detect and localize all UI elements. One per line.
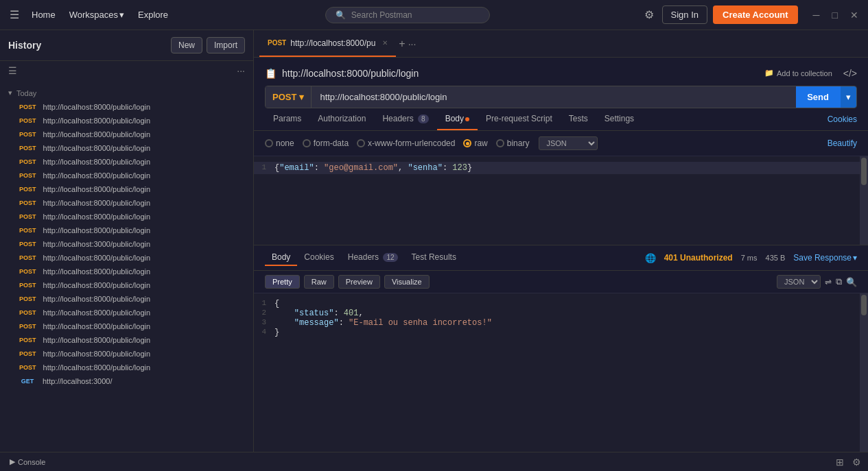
history-item[interactable]: POST http://localhost:8000/public/login: [0, 224, 253, 237]
radio-binary[interactable]: binary: [496, 138, 530, 148]
history-item[interactable]: POST http://localhost:8000/public/login: [0, 210, 253, 224]
resp-tab-cookies[interactable]: Cookies: [297, 250, 340, 266]
subtab-authorization[interactable]: Authorization: [309, 108, 374, 130]
search-bar[interactable]: 🔍 Search Postman: [325, 7, 490, 23]
history-item[interactable]: POST http://localhost:8000/public/login: [0, 141, 253, 155]
history-item[interactable]: POST http://localhost:8000/public/login: [0, 306, 253, 319]
hamburger-icon[interactable]: ☰: [5, 4, 23, 25]
cookies-link[interactable]: Cookies: [828, 114, 857, 124]
nav-right: ⚙ Sign In Create Account ─ □ ✕: [642, 5, 863, 24]
radio-none[interactable]: none: [265, 138, 294, 148]
history-today-section: ▾ Today POST http://localhost:8000/publi…: [0, 83, 253, 391]
settings-icon[interactable]: ⚙: [851, 455, 863, 469]
line-content: }: [274, 328, 868, 337]
history-item[interactable]: POST http://localhost:8000/public/login: [0, 114, 253, 128]
history-item[interactable]: POST http://localhost:8000/public/login: [0, 333, 253, 347]
method-post-badge: POST: [16, 117, 39, 125]
resp-tab-body[interactable]: Body: [265, 250, 297, 266]
resp-visualize-button[interactable]: Visualize: [384, 275, 430, 289]
resp-json-select[interactable]: JSON: [777, 275, 821, 289]
layout-icon[interactable]: ⊞: [834, 455, 845, 469]
console-button[interactable]: ▶ Console: [5, 455, 49, 468]
subtab-pre-request[interactable]: Pre-request Script: [478, 108, 561, 130]
history-item[interactable]: POST http://localhost:8000/public/login: [0, 155, 253, 169]
gear-icon[interactable]: ⚙: [642, 5, 657, 24]
resp-pretty-button[interactable]: Pretty: [265, 275, 300, 289]
wrap-icon[interactable]: ⇌: [825, 277, 832, 287]
method-post-badge: POST: [16, 363, 39, 372]
radio-form-data[interactable]: form-data: [303, 138, 349, 148]
line-number: 1: [254, 299, 274, 307]
beautify-button[interactable]: Beautify: [828, 138, 857, 148]
history-item[interactable]: POST http://localhost:3000/public/login: [0, 237, 253, 251]
history-item[interactable]: POST http://localhost:8000/public/login: [0, 319, 253, 333]
method-select[interactable]: POST ▾: [266, 86, 312, 108]
radio-raw[interactable]: raw: [463, 138, 487, 148]
send-dropdown-button[interactable]: ▾: [840, 86, 856, 108]
filter-icon[interactable]: ☰: [8, 65, 17, 76]
minimize-icon[interactable]: ─: [809, 8, 824, 22]
import-button[interactable]: Import: [207, 37, 245, 53]
response-meta: 🌐 401 Unauthorized 7 ms 435 B Save Respo…: [645, 253, 857, 263]
request-panel: 📋 http://localhost:8000/public/login 📁 A…: [254, 58, 868, 108]
method-post-badge: POST: [16, 130, 39, 138]
history-item[interactable]: POST http://localhost:8000/public/login: [0, 278, 253, 292]
resp-raw-button[interactable]: Raw: [304, 275, 334, 289]
history-list: ▾ Today POST http://localhost:8000/publi…: [0, 80, 253, 452]
maximize-icon[interactable]: □: [828, 8, 842, 22]
resp-code-line-3: 3 "message": "E-mail ou senha incorretos…: [254, 318, 868, 328]
radio-urlencoded[interactable]: x-www-form-urlencoded: [357, 138, 455, 148]
history-item[interactable]: POST http://localhost:8000/public/login: [0, 128, 253, 141]
nav-workspaces[interactable]: Workspaces ▾: [64, 7, 130, 23]
url-input[interactable]: [312, 86, 796, 108]
subtab-body[interactable]: Body: [437, 108, 478, 130]
subtab-params[interactable]: Params: [265, 108, 309, 130]
active-request-tab[interactable]: POST http://localhost:8000/pu ✕: [259, 30, 396, 57]
line-number: 1: [254, 163, 274, 171]
response-header: Body Cookies Headers 12 Test Results 🌐 4…: [254, 245, 868, 271]
history-item[interactable]: POST http://localhost:8000/public/login: [0, 265, 253, 278]
method-post-badge: POST: [16, 295, 39, 303]
tabs-more-icon[interactable]: ···: [408, 38, 417, 49]
tab-close-icon[interactable]: ✕: [382, 39, 388, 47]
line-content: {"email": "geo@gmail.com", "senha": 123}: [274, 163, 868, 173]
create-account-button[interactable]: Create Account: [713, 5, 798, 24]
nav-home[interactable]: Home: [26, 7, 61, 23]
history-item[interactable]: POST http://localhost:8000/public/login: [0, 196, 253, 210]
code-editor[interactable]: 1 {"email": "geo@gmail.com", "senha": 12…: [254, 156, 868, 245]
subtab-headers[interactable]: Headers 8: [374, 108, 436, 130]
close-icon[interactable]: ✕: [846, 8, 863, 22]
editor-scrollbar[interactable]: [860, 156, 868, 245]
history-item[interactable]: POST http://localhost:8000/public/login: [0, 182, 253, 196]
more-options-icon[interactable]: ···: [237, 65, 245, 76]
response-code: 1 { 2 "status": 401, 3 "message": "E-mai…: [254, 293, 868, 452]
add-to-collection-button[interactable]: 📁 Add to collection: [759, 66, 838, 80]
save-response-button[interactable]: Save Response ▾: [793, 253, 857, 263]
resp-tab-test-results[interactable]: Test Results: [405, 250, 463, 266]
history-item[interactable]: POST http://localhost:8000/public/login: [0, 292, 253, 306]
history-item[interactable]: POST http://localhost:8000/public/login: [0, 347, 253, 361]
subtab-tests[interactable]: Tests: [561, 108, 596, 130]
line-number: 4: [254, 328, 274, 336]
resp-preview-button[interactable]: Preview: [338, 275, 380, 289]
resp-tab-headers[interactable]: Headers 12: [341, 250, 405, 266]
nav-explore[interactable]: Explore: [132, 7, 174, 23]
response-scrollbar[interactable]: [860, 293, 868, 452]
signin-button[interactable]: Sign In: [662, 5, 707, 24]
new-button[interactable]: New: [171, 37, 202, 53]
json-type-select[interactable]: JSON Text JavaScript HTML XML: [539, 136, 598, 150]
history-item[interactable]: POST http://localhost:8000/public/login: [0, 251, 253, 265]
copy-icon[interactable]: ⧉: [836, 276, 842, 287]
history-item[interactable]: GET http://localhost:3000/: [0, 374, 253, 388]
send-button[interactable]: Send: [796, 86, 840, 108]
sidebar-actions: New Import: [171, 37, 245, 53]
response-tabs: Body Cookies Headers 12 Test Results: [265, 250, 463, 266]
new-tab-icon[interactable]: +: [399, 38, 405, 50]
history-item[interactable]: POST http://localhost:8000/public/login: [0, 361, 253, 374]
history-item[interactable]: POST http://localhost:8000/public/login: [0, 169, 253, 182]
subtab-settings[interactable]: Settings: [596, 108, 642, 130]
code-icon[interactable]: </>: [843, 68, 857, 79]
history-section-title[interactable]: ▾ Today: [0, 86, 253, 100]
search-response-icon[interactable]: 🔍: [846, 277, 857, 287]
history-item[interactable]: POST http://localhost:8000/public/login: [0, 100, 253, 114]
